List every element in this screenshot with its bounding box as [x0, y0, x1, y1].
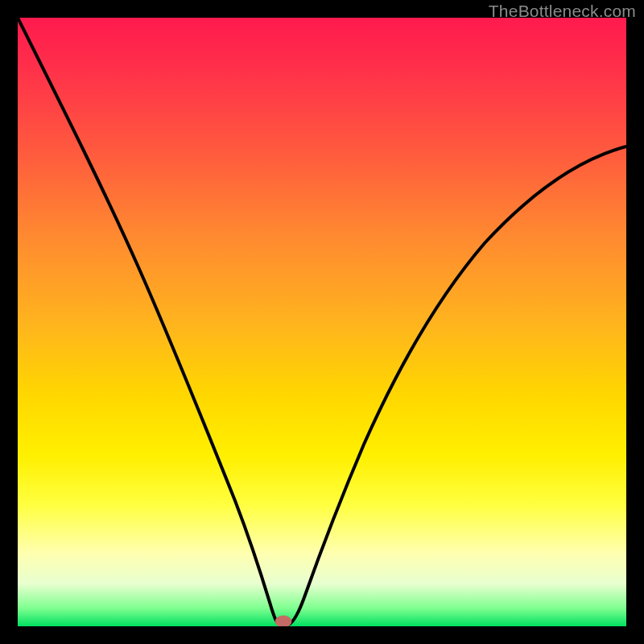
curve-svg — [18, 18, 626, 626]
bottleneck-curve — [18, 18, 626, 625]
minimum-marker — [275, 616, 291, 626]
plot-area — [18, 18, 626, 626]
chart-frame: TheBottleneck.com — [0, 0, 644, 644]
